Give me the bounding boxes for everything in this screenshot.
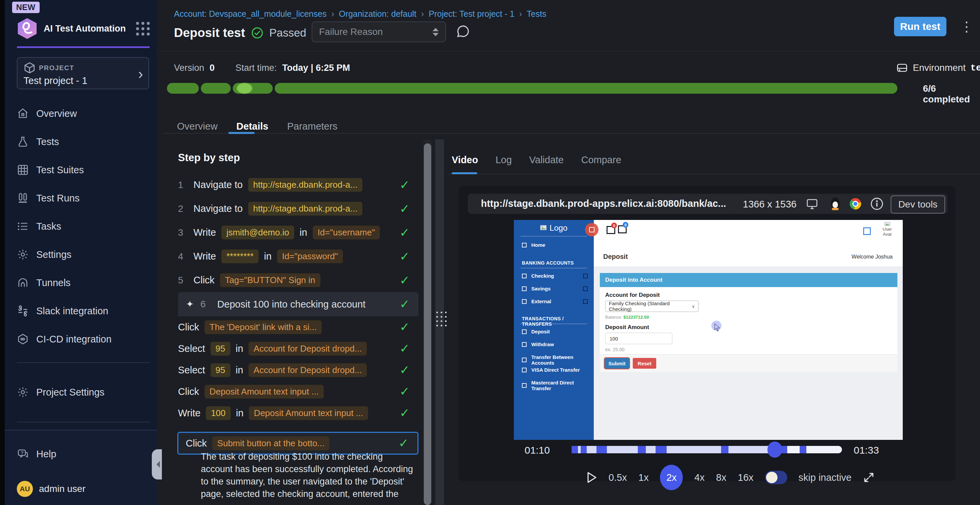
tab-validate[interactable]: Validate xyxy=(529,154,564,165)
run-test-button[interactable]: Run test xyxy=(894,17,947,36)
bank-nav-transfer-between: Transfer Between Accounts xyxy=(522,354,588,366)
progress-segment xyxy=(167,83,199,94)
time-current: 01:10 xyxy=(525,445,550,456)
bank-section-transfers: TRANSACTIONS / TRANSFERS xyxy=(522,316,594,327)
timeline-activity-segment xyxy=(800,446,807,453)
speed-1x[interactable]: 1x xyxy=(638,472,649,483)
tab-parameters[interactable]: Parameters xyxy=(287,121,337,132)
failure-reason-select[interactable]: Failure Reason xyxy=(312,22,446,42)
title-row: Deposit test Passed xyxy=(174,23,306,43)
step-row[interactable]: 3 Write jsmith@demo.io in Id="username" … xyxy=(178,221,418,245)
tab-video[interactable]: Video xyxy=(452,154,478,165)
tab-details[interactable]: Details xyxy=(236,121,268,132)
timeline-track[interactable] xyxy=(572,446,842,453)
deposit-amount-input: 100 xyxy=(605,333,672,344)
sidebar-divider xyxy=(17,362,150,363)
tab-overview[interactable]: Overview xyxy=(177,121,218,132)
sidebar-item-settings[interactable]: Settings xyxy=(17,245,150,264)
progress-segment xyxy=(275,83,897,94)
video-frame[interactable]: Logo Home BANKING ACCOUNTS Checking Savi… xyxy=(514,220,903,440)
timeline-activity-segment xyxy=(597,446,607,453)
dev-tools-button[interactable]: Dev tools xyxy=(891,195,945,214)
sidebar-divider xyxy=(17,422,150,422)
step-group-header[interactable]: ✦ 6 Deposit 100 into checking account ✓ xyxy=(178,292,418,316)
speed-4x[interactable]: 4x xyxy=(694,472,705,483)
video-tabs-divider xyxy=(447,173,980,174)
skip-inactive-toggle[interactable] xyxy=(765,471,787,484)
step-row[interactable]: 1 Navigate to http://stage.dbank.prod-a.… xyxy=(178,173,418,197)
account-for-deposit-label: Account for Deposit xyxy=(605,292,660,299)
sidebar-item-cicd-integration[interactable]: CI-CD integration xyxy=(17,330,150,349)
tab-compare[interactable]: Compare xyxy=(581,154,621,165)
speed-0-5x[interactable]: 0.5x xyxy=(609,472,627,483)
bank-page-heading: Deposit xyxy=(603,253,628,260)
step-summary-text: The task of depositing $100 into the che… xyxy=(201,451,416,500)
steps-panel-title: Step by step xyxy=(178,152,240,164)
kebab-menu-icon[interactable]: ⋮ xyxy=(960,19,973,34)
step-row[interactable]: 5 Click Tag="BUTTON" Sign in ✓ xyxy=(178,268,418,292)
main-tabs: Overview Details Parameters xyxy=(177,121,337,132)
submit-button: Submit xyxy=(605,358,629,369)
start-time-value: Today | 6:25 PM xyxy=(282,63,350,73)
brand-underline xyxy=(17,46,150,48)
selector-pill: Account for Deposit dropd... xyxy=(248,342,367,356)
sidebar-item-project-settings: Project Settings xyxy=(17,383,150,411)
substep-row[interactable]: Click The 'Deposit' link with a si... ✓ xyxy=(178,316,418,338)
page-title: Deposit test xyxy=(174,26,245,40)
fullscreen-icon[interactable] xyxy=(863,472,875,483)
value-pill: http://stage.dbank.prod-a... xyxy=(248,178,363,192)
breadcrumb: Account: Devspace_all_module_licenses › … xyxy=(174,9,546,19)
sidebar-item-test-suites[interactable]: Test Suites xyxy=(17,160,150,179)
environment-row: Environment test xyxy=(896,61,980,75)
pane-resize-handle[interactable] xyxy=(436,311,447,326)
speed-8x[interactable]: 8x xyxy=(716,472,726,483)
breadcrumb-organization[interactable]: Organization: default xyxy=(339,9,417,19)
sidebar-collapse-handle[interactable] xyxy=(152,449,162,480)
help-item[interactable]: ? Help xyxy=(17,445,118,464)
selector-pill: Id="password" xyxy=(277,249,343,263)
sidebar-item-tunnels[interactable]: Tunnels xyxy=(17,273,150,292)
sidebar-item-tasks[interactable]: Tasks xyxy=(17,217,150,236)
bank-nav-visa: VISA Direct Transfer xyxy=(522,367,588,373)
mouse-cursor xyxy=(714,323,721,332)
left-edge-strip xyxy=(0,0,5,505)
bank-nav-savings: Savings xyxy=(522,286,588,291)
substep-row[interactable]: Write 100 in Deposit Amount text input .… xyxy=(178,402,418,424)
timeline-activity-segment xyxy=(638,446,646,453)
selector-pill: Tag="BUTTON" Sign in xyxy=(220,273,320,287)
project-settings-item[interactable]: Project Settings xyxy=(17,383,150,402)
breadcrumb-tests[interactable]: Tests xyxy=(527,9,546,19)
sidebar-footer: ? Help AU admin user xyxy=(5,430,157,505)
substep-row[interactable]: Select 95 in Account for Deposit dropd..… xyxy=(178,359,418,381)
play-icon[interactable] xyxy=(586,472,597,483)
sidebar-item-slack-integration[interactable]: Slack integration xyxy=(17,302,150,320)
sidebar-item-overview[interactable]: Overview xyxy=(17,104,150,123)
sidebar-item-tests[interactable]: Tests xyxy=(17,132,150,151)
apps-grid-icon[interactable] xyxy=(136,22,150,36)
progress-segment xyxy=(233,83,273,94)
substep-row[interactable]: Select 95 in Account for Deposit dropd..… xyxy=(178,338,418,359)
breadcrumb-project[interactable]: Project: Test project - 1 xyxy=(428,9,514,19)
speed-16x[interactable]: 16x xyxy=(738,472,754,483)
version-value: 0 xyxy=(210,63,215,73)
project-selector[interactable]: PROJECT Test project - 1 › xyxy=(17,57,149,89)
breadcrumb-account[interactable]: Account: Devspace_all_module_licenses xyxy=(174,9,326,19)
bank-nav-checking: Checking xyxy=(522,273,588,279)
bank-nav-external: External xyxy=(522,299,588,304)
step-row[interactable]: 2 Navigate to http://stage.dbank.prod-a.… xyxy=(178,197,418,221)
speed-2x[interactable]: 2x xyxy=(660,465,683,490)
columns-icon xyxy=(17,192,29,204)
chevron-left-icon xyxy=(153,461,160,468)
info-icon[interactable] xyxy=(870,197,884,211)
step-row[interactable]: 4 Write ******** in Id="password" ✓ xyxy=(178,245,418,268)
sidebar-item-test-runs[interactable]: Test Runs xyxy=(17,189,150,208)
tab-log[interactable]: Log xyxy=(495,154,511,165)
amount-hint: ex. 25.00 xyxy=(605,347,625,352)
list-icon xyxy=(17,220,29,232)
substep-row[interactable]: Click Deposit Amount text input ... ✓ xyxy=(178,381,418,402)
steps-scrollbar-thumb[interactable] xyxy=(424,143,431,505)
comment-icon[interactable] xyxy=(455,24,470,39)
video-panel-tabs: Video Log Validate Compare xyxy=(452,154,621,165)
user-menu[interactable]: AU admin user xyxy=(17,481,131,497)
chevron-right-icon: › xyxy=(138,67,143,81)
